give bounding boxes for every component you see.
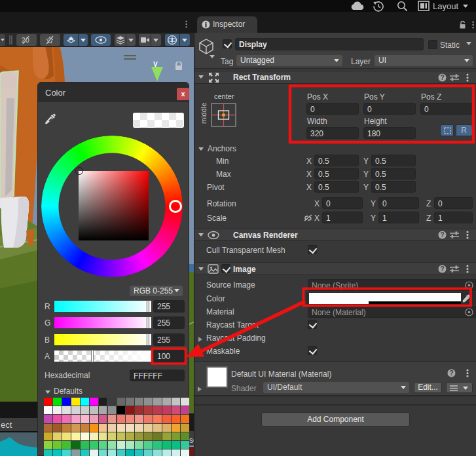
svg-text:?: ? [449, 370, 453, 377]
svg-text:?: ? [440, 74, 444, 81]
svg-text:?: ? [440, 231, 444, 238]
svg-text:?: ? [440, 265, 444, 273]
